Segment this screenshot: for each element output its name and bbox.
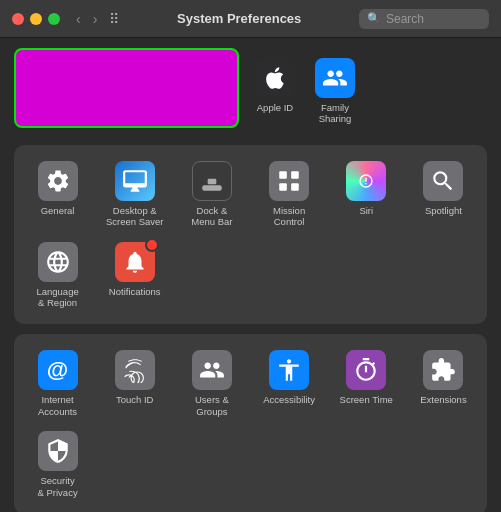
svg-rect-4 bbox=[279, 183, 287, 191]
extensions-icon bbox=[423, 350, 463, 390]
language-icon bbox=[38, 242, 78, 282]
siri-label: Siri bbox=[359, 205, 373, 216]
apple-id-label: Apple ID bbox=[257, 102, 293, 113]
banner-image bbox=[14, 48, 239, 128]
search-input[interactable] bbox=[386, 12, 476, 26]
language-label: Language& Region bbox=[36, 286, 78, 309]
internet-accounts-icon: @ bbox=[38, 350, 78, 390]
family-sharing-icon bbox=[315, 58, 355, 98]
svg-rect-1 bbox=[208, 179, 217, 184]
users-label: Users &Groups bbox=[195, 394, 229, 417]
section-general: General Desktop &Screen Saver Dock &Menu… bbox=[14, 145, 487, 325]
main-content: Apple ID FamilySharing bbox=[0, 38, 501, 512]
search-icon: 🔍 bbox=[367, 12, 381, 25]
dock-label: Dock &Menu Bar bbox=[191, 205, 232, 228]
touch-id-label: Touch ID bbox=[116, 394, 154, 405]
nav-arrows: ‹ › bbox=[72, 9, 101, 29]
icon-general[interactable]: General bbox=[20, 155, 95, 234]
icon-extensions[interactable]: Extensions bbox=[406, 344, 481, 423]
forward-button[interactable]: › bbox=[89, 9, 102, 29]
general-label: General bbox=[41, 205, 75, 216]
internet-accounts-label: InternetAccounts bbox=[38, 394, 77, 417]
apple-id-icon bbox=[255, 58, 295, 98]
notifications-label: Notifications bbox=[109, 286, 161, 297]
icon-spotlight[interactable]: Spotlight bbox=[406, 155, 481, 234]
icon-desktop[interactable]: Desktop &Screen Saver bbox=[97, 155, 172, 234]
siri-icon bbox=[346, 161, 386, 201]
dock-icon bbox=[192, 161, 232, 201]
screen-time-label: Screen Time bbox=[340, 394, 393, 405]
general-icon bbox=[38, 161, 78, 201]
svg-rect-0 bbox=[202, 185, 222, 190]
traffic-lights bbox=[12, 13, 60, 25]
svg-rect-5 bbox=[291, 183, 299, 191]
users-icon bbox=[192, 350, 232, 390]
window-title: System Preferences bbox=[119, 11, 359, 26]
family-sharing-label: FamilySharing bbox=[319, 102, 352, 125]
icon-apple-id[interactable]: Apple ID bbox=[251, 52, 299, 131]
search-bar: 🔍 bbox=[359, 9, 489, 29]
desktop-icon bbox=[115, 161, 155, 201]
titlebar: ‹ › ⠿ System Preferences 🔍 bbox=[0, 0, 501, 38]
maximize-button[interactable] bbox=[48, 13, 60, 25]
icon-mission-control[interactable]: MissionControl bbox=[251, 155, 326, 234]
icon-touch-id[interactable]: Touch ID bbox=[97, 344, 172, 423]
spotlight-icon bbox=[423, 161, 463, 201]
icon-family-sharing[interactable]: FamilySharing bbox=[311, 52, 359, 131]
security-icon bbox=[38, 431, 78, 471]
back-button[interactable]: ‹ bbox=[72, 9, 85, 29]
security-label: Security& Privacy bbox=[38, 475, 78, 498]
icon-language[interactable]: Language& Region bbox=[20, 236, 95, 315]
svg-rect-3 bbox=[291, 171, 299, 179]
icon-users[interactable]: Users &Groups bbox=[174, 344, 249, 423]
top-right-icons: Apple ID FamilySharing bbox=[251, 48, 359, 131]
icon-notifications[interactable]: Notifications bbox=[97, 236, 172, 315]
touch-id-icon bbox=[115, 350, 155, 390]
mission-control-label: MissionControl bbox=[273, 205, 305, 228]
screen-time-icon bbox=[346, 350, 386, 390]
close-button[interactable] bbox=[12, 13, 24, 25]
notifications-icon bbox=[115, 242, 155, 282]
extensions-label: Extensions bbox=[420, 394, 466, 405]
accessibility-icon bbox=[269, 350, 309, 390]
accessibility-label: Accessibility bbox=[263, 394, 315, 405]
svg-rect-2 bbox=[279, 171, 287, 179]
icon-accessibility[interactable]: Accessibility bbox=[251, 344, 326, 423]
top-section: Apple ID FamilySharing bbox=[14, 48, 487, 131]
mission-control-icon bbox=[269, 161, 309, 201]
icon-dock[interactable]: Dock &Menu Bar bbox=[174, 155, 249, 234]
apple-id-family-row: Apple ID FamilySharing bbox=[251, 52, 359, 131]
spotlight-label: Spotlight bbox=[425, 205, 462, 216]
desktop-label: Desktop &Screen Saver bbox=[106, 205, 164, 228]
icon-screen-time[interactable]: Screen Time bbox=[329, 344, 404, 423]
grid-view-button[interactable]: ⠿ bbox=[109, 11, 119, 27]
section-accounts: @ InternetAccounts Touch ID Users &Group… bbox=[14, 334, 487, 512]
icon-internet-accounts[interactable]: @ InternetAccounts bbox=[20, 344, 95, 423]
icon-security[interactable]: Security& Privacy bbox=[20, 425, 95, 504]
minimize-button[interactable] bbox=[30, 13, 42, 25]
icon-siri[interactable]: Siri bbox=[329, 155, 404, 234]
